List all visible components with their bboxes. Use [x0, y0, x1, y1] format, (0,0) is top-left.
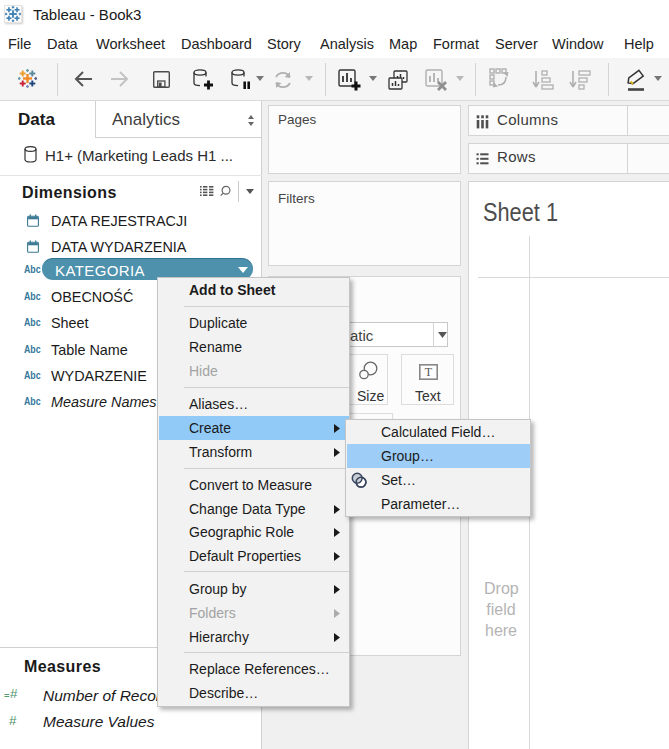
- svg-text:T: T: [425, 365, 433, 379]
